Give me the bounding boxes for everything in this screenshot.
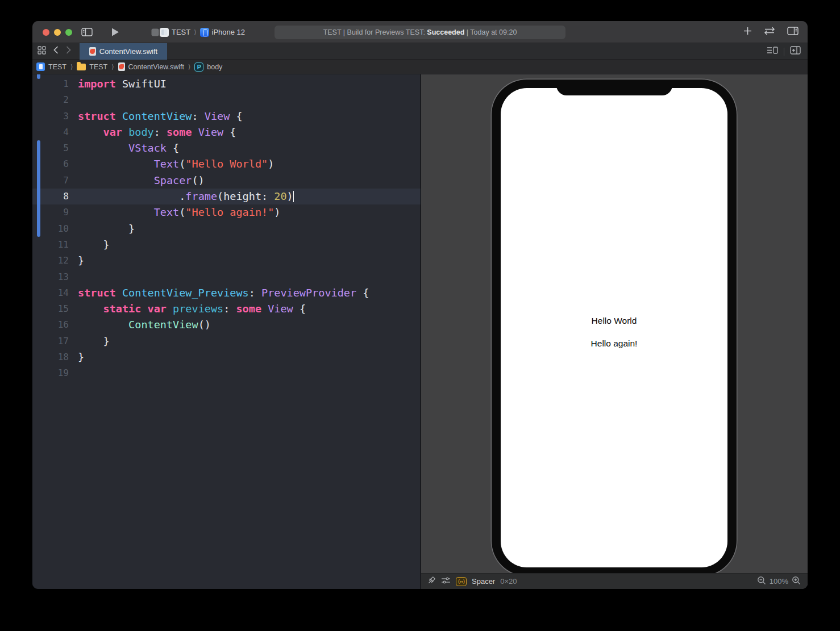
preview-bottom-bar: (↔) Spacer 0×20 100% (421, 573, 808, 589)
text-cursor (293, 191, 294, 202)
code-line[interactable]: 5 VStack { (32, 140, 421, 156)
app-scheme-icon (160, 28, 169, 37)
toggle-navigator-icon[interactable] (81, 28, 93, 39)
breadcrumb-folder[interactable]: TEST (77, 63, 107, 71)
code-line[interactable]: 11 } (32, 237, 421, 253)
code-line[interactable]: 10 } (32, 221, 421, 237)
code-line[interactable]: 4 var body: some View { (32, 124, 421, 140)
line-number[interactable]: 15 (32, 301, 69, 317)
breadcrumb-project[interactable]: TEST (36, 62, 66, 71)
add-editor-icon[interactable] (790, 46, 801, 57)
destination-name: iPhone 12 (212, 28, 246, 36)
tab-contentview-swift[interactable]: ContentView.swift (80, 43, 167, 60)
status-text: TEST | Build for Previews TEST: (323, 28, 427, 36)
device-notch (556, 80, 672, 95)
iphone-12-device-frame: Hello World Hello again! (492, 80, 737, 573)
code-line[interactable]: 2 (32, 92, 421, 108)
preview-screen[interactable]: Hello World Hello again! (501, 88, 727, 567)
preview-text[interactable]: Hello again! (501, 339, 727, 349)
breadcrumb-label: body (207, 63, 222, 71)
line-number[interactable]: 3 (32, 108, 69, 124)
pin-preview-icon[interactable] (427, 576, 436, 587)
destination-device-icon (200, 28, 209, 37)
code-line[interactable]: 18} (32, 349, 421, 365)
library-plus-icon[interactable] (743, 27, 752, 37)
stop-button[interactable] (151, 28, 159, 39)
tab-label: ContentView.swift (99, 47, 157, 56)
line-number[interactable]: 18 (32, 349, 69, 365)
line-number[interactable]: 13 (32, 269, 69, 285)
chevron-icon: ⟩ (70, 63, 73, 70)
code-line[interactable]: 6 Text("Hello World") (32, 156, 421, 172)
related-items-icon[interactable] (38, 46, 46, 57)
code-line[interactable]: 3struct ContentView: View { (32, 108, 421, 124)
xcode-window: TEST ⟩ iPhone 12 TEST | Build for Previe… (32, 21, 808, 589)
line-number[interactable]: 14 (32, 285, 69, 301)
preview-canvas: Hello World Hello again! (421, 74, 808, 589)
code-line[interactable]: 15 static var previews: some View { (32, 301, 421, 317)
folder-icon (77, 64, 86, 70)
breadcrumb-label: ContentView.swift (128, 63, 184, 71)
line-number[interactable]: 19 (32, 365, 69, 381)
zoom-window-button[interactable] (65, 29, 72, 36)
zoom-level[interactable]: 100% (770, 577, 788, 586)
zoom-out-icon[interactable] (757, 576, 766, 587)
code-line[interactable]: 13 (32, 269, 421, 285)
code-review-arrows-icon[interactable] (763, 27, 776, 37)
chevron-icon: ⟩ (111, 63, 114, 70)
breadcrumb: TEST ⟩ TEST ⟩ ContentView.swift ⟩ P body (32, 60, 808, 74)
toolbar: TEST ⟩ iPhone 12 TEST | Build for Previe… (32, 21, 808, 43)
traffic-lights (43, 29, 72, 36)
run-button[interactable] (111, 27, 120, 39)
line-number[interactable]: 12 (32, 253, 69, 269)
go-back-icon[interactable] (53, 46, 59, 56)
change-indicator-bar (37, 74, 40, 79)
code-line[interactable]: 8 .frame(height: 20) (32, 189, 421, 204)
property-symbol-icon: P (194, 62, 203, 72)
breadcrumb-file[interactable]: ContentView.swift (118, 62, 184, 71)
source-editor[interactable]: 1import SwiftUI23struct ContentView: Vie… (32, 74, 421, 589)
status-time: | Today at 09:20 (464, 28, 517, 36)
code-line[interactable]: 7 Spacer() (32, 173, 421, 189)
preview-settings-icon[interactable] (441, 576, 451, 587)
chevron-icon: ⟩ (193, 28, 197, 36)
code-line[interactable]: 1import SwiftUI (32, 76, 421, 92)
code-line[interactable]: 9 Text("Hello again!") (32, 204, 421, 220)
scheme-name: TEST (172, 28, 190, 36)
preview-text[interactable]: Hello World (501, 316, 727, 326)
code-line[interactable]: 14struct ContentView_Previews: PreviewPr… (32, 285, 421, 301)
divider (784, 48, 784, 56)
line-number[interactable]: 16 (32, 317, 69, 333)
change-indicator-bar (37, 140, 40, 237)
scheme-selector[interactable]: TEST ⟩ iPhone 12 (160, 21, 245, 43)
breadcrumb-symbol[interactable]: P body (194, 62, 222, 72)
selected-view-size: 0×20 (500, 577, 517, 586)
zoom-in-icon[interactable] (792, 576, 801, 587)
project-icon (36, 62, 45, 71)
go-forward-icon[interactable] (66, 46, 71, 56)
line-number[interactable]: 17 (32, 333, 69, 349)
adjust-editor-options-icon[interactable] (767, 46, 778, 57)
code-lines: 1import SwiftUI23struct ContentView: Vie… (32, 76, 421, 382)
spacer-view-icon[interactable]: (↔) (456, 577, 467, 586)
minimize-window-button[interactable] (54, 29, 61, 36)
code-line[interactable]: 17 } (32, 333, 421, 349)
swift-file-icon (89, 47, 96, 56)
line-number[interactable]: 2 (32, 92, 69, 108)
chevron-icon: ⟩ (188, 63, 191, 70)
tab-bar: ContentView.swift (32, 43, 808, 60)
editor-options-panel-icon[interactable] (787, 27, 799, 37)
swift-file-icon (118, 62, 125, 71)
line-number[interactable]: 11 (32, 237, 69, 253)
activity-status-bar[interactable]: TEST | Build for Previews TEST: Succeede… (275, 26, 565, 39)
line-number[interactable]: 4 (32, 124, 69, 140)
close-window-button[interactable] (43, 29, 49, 36)
code-line[interactable]: 12} (32, 253, 421, 269)
code-line[interactable]: 16 ContentView() (32, 317, 421, 333)
breadcrumb-label: TEST (48, 63, 66, 71)
breadcrumb-label: TEST (89, 63, 107, 71)
selected-view-name[interactable]: Spacer (472, 577, 495, 586)
status-result: Succeeded (427, 28, 464, 36)
code-line[interactable]: 19 (32, 365, 421, 381)
